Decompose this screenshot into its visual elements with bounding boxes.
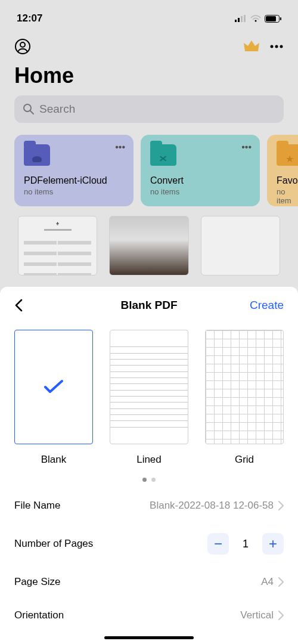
blank-pdf-sheet: Blank PDF Create Blank Lined Grid File N… <box>0 287 298 644</box>
template-blank[interactable]: Blank <box>14 330 93 466</box>
template-label: Lined <box>110 454 188 466</box>
chevron-right-icon <box>278 577 284 587</box>
page-dots <box>0 466 298 489</box>
dot <box>151 478 156 482</box>
chevron-right-icon <box>278 611 284 620</box>
filename-value: Blank-2022-08-18 12-06-58 <box>150 500 274 512</box>
row-label: Number of Pages <box>14 538 93 550</box>
dot-active <box>142 478 147 482</box>
template-lined[interactable]: Lined <box>110 330 188 466</box>
template-grid[interactable]: Grid <box>205 330 284 466</box>
increment-button[interactable]: + <box>262 533 284 555</box>
row-label: File Name <box>14 500 60 512</box>
row-page-size[interactable]: Page Size A4 <box>0 565 298 599</box>
chevron-right-icon <box>278 501 284 510</box>
back-icon[interactable] <box>14 299 24 312</box>
templates-row: Blank Lined Grid <box>0 324 298 466</box>
decrement-button[interactable]: − <box>207 533 229 555</box>
row-pages: Number of Pages − 1 + <box>0 522 298 565</box>
check-icon <box>43 379 64 395</box>
row-label: Page Size <box>14 576 61 588</box>
row-label: Orientation <box>14 609 64 621</box>
row-orientation[interactable]: Orientation Vertical <box>0 599 298 632</box>
home-indicator[interactable] <box>104 636 194 639</box>
row-filename[interactable]: File Name Blank-2022-08-18 12-06-58 <box>0 489 298 522</box>
orientation-value: Vertical <box>240 609 274 621</box>
pages-value: 1 <box>240 538 252 550</box>
create-button[interactable]: Create <box>250 299 284 312</box>
sheet-title: Blank PDF <box>120 299 177 312</box>
pages-stepper: − 1 + <box>207 533 284 555</box>
template-label: Blank <box>14 454 93 466</box>
template-label: Grid <box>205 454 284 466</box>
size-value: A4 <box>261 576 274 588</box>
sheet-header: Blank PDF Create <box>0 287 298 324</box>
